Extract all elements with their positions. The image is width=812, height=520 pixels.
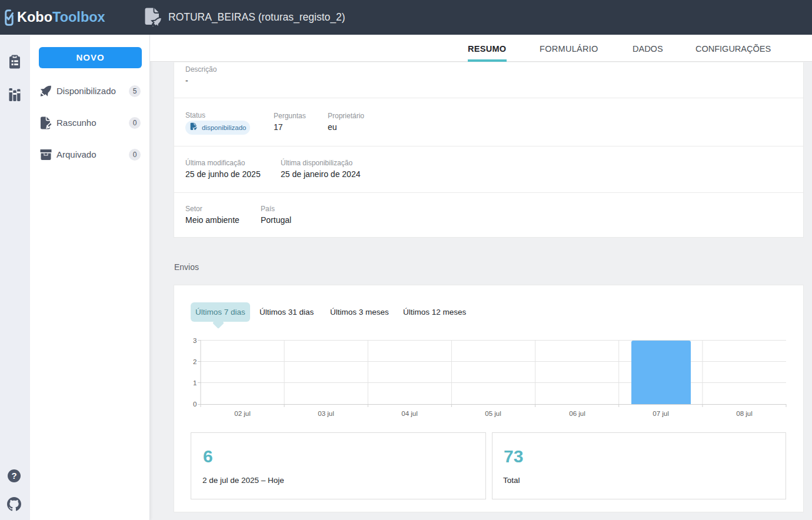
svg-text:05 jul: 05 jul <box>485 410 501 417</box>
svg-text:3: 3 <box>193 337 197 344</box>
svg-text:06 jul: 06 jul <box>569 410 585 417</box>
svg-text:1: 1 <box>193 379 197 386</box>
svg-text:2: 2 <box>193 358 197 365</box>
svg-text:04 jul: 04 jul <box>401 410 418 417</box>
svg-text:08 jul: 08 jul <box>736 410 753 417</box>
svg-text:07 jul: 07 jul <box>653 410 669 417</box>
svg-text:03 jul: 03 jul <box>318 410 334 417</box>
svg-text:02 jul: 02 jul <box>234 410 251 417</box>
svg-text:0: 0 <box>193 401 197 408</box>
